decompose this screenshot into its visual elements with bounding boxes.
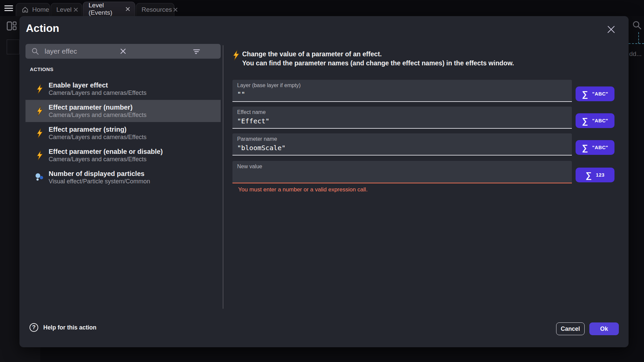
list-item-effect-parameter-number[interactable]: Effect parameter (number) Camera/Layers … [25, 100, 221, 122]
panel-divider [223, 45, 223, 309]
sigma-icon: ∑ [582, 90, 588, 98]
drop-zone-border [638, 32, 639, 44]
search-icon[interactable] [632, 20, 642, 30]
new-value-field[interactable]: New value [232, 161, 572, 183]
lightning-icon [232, 50, 240, 61]
action-description: Change the value of a parameter of an ef… [242, 50, 514, 68]
field-label: Layer (base layer if empty) [237, 82, 301, 88]
sigma-icon: ∑ [582, 117, 588, 125]
menu-icon[interactable] [4, 5, 13, 11]
help-icon: ? [30, 323, 38, 332]
screen: Home Level Level (Events) Resources [0, 0, 644, 362]
search-icon [30, 46, 40, 56]
expression-type-label: "ABC" [592, 91, 608, 97]
background-button-fragment [7, 40, 19, 54]
field-label: New value [237, 164, 262, 170]
tab-label: Level [56, 6, 71, 13]
search-bar [25, 44, 221, 59]
tab-level[interactable]: Level [51, 3, 82, 16]
action-path: Camera/Layers and cameras/Effects [49, 89, 147, 97]
sigma-icon: ∑ [582, 143, 588, 152]
tab-label: Home [32, 6, 49, 13]
ok-button[interactable]: Ok [589, 322, 619, 335]
dialog-close-icon[interactable] [606, 24, 616, 35]
close-tab-icon[interactable] [126, 7, 129, 11]
action-title: Effect parameter (string) [49, 125, 147, 133]
truncated-background-text: dd... [629, 50, 642, 58]
help-label: Help for this action [43, 324, 96, 331]
layer-field[interactable]: Layer (base layer if empty) "" [232, 80, 572, 102]
validation-error: You must enter a number or a valid expre… [238, 186, 368, 193]
action-dialog: Action ACTIONS Enable layer effect [19, 16, 629, 347]
action-title: Number of displayed particles [49, 170, 150, 178]
description-line: You can find the parameter names (and ch… [242, 59, 514, 68]
expression-type-label: "ABC" [592, 118, 608, 123]
field-label: Parameter name [237, 136, 277, 142]
tab-label: Resources [142, 6, 172, 13]
list-item-effect-parameter-string[interactable]: Effect parameter (string) Camera/Layers … [25, 122, 221, 144]
effect-name-expression-button[interactable]: ∑ "ABC" [576, 113, 614, 128]
action-title: Effect parameter (enable or disable) [49, 147, 163, 156]
action-title: Effect parameter (number) [49, 103, 147, 111]
dialog-title: Action [26, 22, 59, 35]
close-tab-icon[interactable] [75, 8, 76, 12]
field-value: "bloomScale" [237, 144, 286, 152]
actions-section-header: ACTIONS [30, 66, 53, 72]
lightning-icon [35, 128, 44, 138]
tab-home[interactable]: Home [16, 3, 50, 16]
action-path: Camera/Layers and cameras/Effects [49, 156, 163, 163]
cancel-button[interactable]: Cancel [556, 322, 585, 335]
action-path: Camera/Layers and cameras/Effects [49, 133, 147, 141]
top-bar: Home Level Level (Events) Resources [0, 0, 644, 16]
list-item-number-of-displayed-particles[interactable]: Number of displayed particles Visual eff… [25, 166, 221, 188]
field-value: "Effect" [237, 117, 269, 125]
parameter-name-expression-button[interactable]: ∑ "ABC" [576, 140, 614, 155]
sigma-icon: ∑ [586, 171, 592, 179]
effect-name-field[interactable]: Effect name "Effect" [232, 107, 572, 129]
parameter-name-field[interactable]: Parameter name "bloomScale" [232, 133, 572, 156]
action-list: Enable layer effect Camera/Layers and ca… [25, 78, 221, 188]
tab-level-events[interactable]: Level (Events) [83, 2, 135, 16]
particles-icon [35, 173, 44, 182]
expression-type-label: 123 [596, 172, 605, 178]
home-icon [21, 6, 29, 13]
expression-type-label: "ABC" [592, 145, 608, 150]
new-value-expression-button[interactable]: ∑ 123 [576, 168, 614, 182]
lightning-icon [35, 150, 44, 161]
list-item-effect-parameter-enable-disable[interactable]: Effect parameter (enable or disable) Cam… [25, 144, 221, 166]
field-value: "" [237, 90, 245, 98]
filter-icon[interactable] [192, 46, 202, 56]
drop-zone-border [629, 43, 644, 44]
list-item-enable-layer-effect[interactable]: Enable layer effect Camera/Layers and ca… [25, 78, 221, 100]
description-line: Change the value of a parameter of an ef… [242, 50, 514, 59]
layer-expression-button[interactable]: ∑ "ABC" [576, 86, 614, 101]
lightning-icon [35, 106, 44, 116]
tab-resources[interactable]: Resources [136, 3, 174, 16]
clear-search-icon[interactable] [206, 46, 216, 56]
field-label: Effect name [237, 109, 266, 115]
panels-icon [7, 21, 17, 31]
help-link[interactable]: ? Help for this action [30, 323, 96, 332]
action-title: Enable layer effect [49, 81, 147, 89]
action-path: Camera/Layers and cameras/Effects [49, 111, 147, 119]
search-input[interactable] [45, 47, 187, 55]
lightning-icon [35, 84, 44, 94]
tab-label: Level (Events) [89, 2, 122, 16]
action-path: Visual effect/Particle system/Common [49, 178, 150, 185]
